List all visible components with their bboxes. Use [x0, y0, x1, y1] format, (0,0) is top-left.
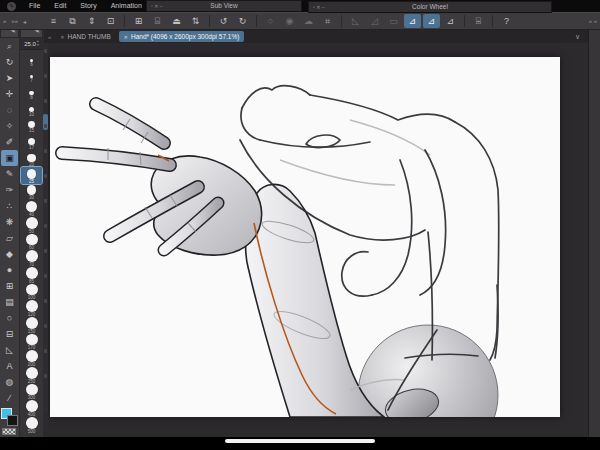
brush-size-preset-20[interactable]: 20: [21, 150, 42, 167]
menu-item-story[interactable]: Story: [73, 0, 103, 12]
screen-mode-button[interactable]: ⊡: [102, 14, 119, 28]
tool-palette: ⌕↻➤✛◌✧✐▣✎✑∴❋▱◆●⊞▤○⊟◺A◍∕: [0, 38, 19, 437]
fit-view-button[interactable]: ⇕: [83, 14, 100, 28]
eyedropper-tool[interactable]: ✐: [1, 134, 18, 150]
gradient-tool[interactable]: ▤: [1, 294, 18, 310]
brush-size-preset-50[interactable]: 50: [21, 217, 42, 234]
menu-item-animation[interactable]: Animation: [104, 0, 149, 12]
canvas-tab-1[interactable]: ✕Hand* (4096 x 2600px 300dpi 57.1%): [119, 31, 245, 42]
brush-size-preset-7[interactable]: 7: [21, 67, 42, 84]
ruler-tool[interactable]: ◺: [1, 342, 18, 358]
new-file-button[interactable]: ⊞: [130, 14, 147, 28]
decoration-tool[interactable]: ❋: [1, 214, 18, 230]
snap-to-special-ruler-button[interactable]: ⊿: [423, 14, 440, 28]
auto-select-tool[interactable]: ✧: [1, 118, 18, 134]
right-dock-rail[interactable]: « «: [588, 12, 600, 437]
brush-size-number: 25: [29, 179, 34, 184]
redo-button[interactable]: ↻: [234, 14, 251, 28]
rotate-tool[interactable]: ↻: [1, 54, 18, 70]
brush-size-preset-170[interactable]: 170: [21, 334, 42, 351]
eraser-tool[interactable]: ▱: [1, 230, 18, 246]
window-arrange-button[interactable]: ⧉: [64, 14, 81, 28]
table-tool[interactable]: ⊟: [1, 326, 18, 342]
text-tool[interactable]: A: [1, 358, 18, 374]
clear-selection-button: ☁: [300, 14, 317, 28]
fill-tool[interactable]: ●: [1, 262, 18, 278]
collapse-split-icon[interactable]: »«: [11, 18, 18, 25]
tab-close-icon[interactable]: ✕: [60, 34, 64, 40]
brush-size-preset-250[interactable]: 250: [21, 367, 42, 384]
brush-size-preset-10[interactable]: 10: [21, 100, 42, 117]
brush-size-stepper[interactable]: ▴▾: [37, 40, 39, 47]
brush-size-preset-60[interactable]: 60: [21, 234, 42, 251]
collapse-arrow-icon[interactable]: ◂: [23, 18, 26, 25]
brush-size-preset-30[interactable]: 30: [21, 184, 42, 201]
canvas-page[interactable]: [50, 57, 560, 417]
colorwheel-panel-titlebar[interactable]: ▫ ✕ ‒ Color Wheel: [308, 1, 552, 13]
tab-overflow-chevron-icon[interactable]: ∨: [575, 33, 580, 41]
brush-size-preset-150[interactable]: 150: [21, 317, 42, 334]
open-file-button[interactable]: ⌺: [149, 14, 166, 28]
airbrush-tool[interactable]: ∴: [1, 198, 18, 214]
background-color-swatch[interactable]: [7, 415, 18, 426]
blend-tool[interactable]: ◆: [1, 246, 18, 262]
balloon-tool[interactable]: ◍: [1, 374, 18, 390]
brush-size-preset-85[interactable]: 85: [21, 267, 42, 284]
snap-to-grid-button[interactable]: ⊿: [442, 14, 459, 28]
colorwheel-panel-title: Color Wheel: [309, 1, 551, 13]
snap-to-ruler-button[interactable]: ⊿: [404, 14, 421, 28]
brush-size-preset-25[interactable]: 25: [21, 167, 42, 184]
lasso-tool[interactable]: ◌: [1, 102, 18, 118]
brush-size-preset-70[interactable]: 70: [21, 250, 42, 267]
toolbar-separator: [492, 15, 493, 27]
brush-size-preset-300[interactable]: 300: [21, 384, 42, 401]
help-button[interactable]: ?: [498, 14, 515, 28]
brush-size-value-box[interactable]: 25.0 ▴▾: [20, 38, 43, 50]
move-tool[interactable]: ✛: [1, 86, 18, 102]
home-indicator[interactable]: [225, 439, 375, 443]
brush-size-dot: [26, 300, 38, 312]
brush-size-preset-500[interactable]: 500: [21, 417, 42, 434]
dock-collapse-controls[interactable]: « »« ◂: [0, 18, 44, 25]
menu-item-edit[interactable]: Edit: [47, 0, 73, 12]
navigate-button[interactable]: ⇅: [187, 14, 204, 28]
brush-size-preset-17[interactable]: 17: [21, 133, 42, 150]
brush-size-preset-8[interactable]: 8: [21, 83, 42, 100]
canvas-artwork: [50, 57, 560, 417]
canvas-viewport[interactable]: [48, 43, 588, 437]
main-menu-button[interactable]: ≡: [45, 14, 62, 28]
brush-tool[interactable]: ✑: [1, 182, 18, 198]
brush-size-preset-400[interactable]: 400: [21, 400, 42, 417]
undo-button[interactable]: ↺: [215, 14, 232, 28]
brush-size-dot: [26, 250, 38, 262]
brush-size-dot: [26, 367, 38, 379]
transparent-color-swatch[interactable]: [2, 428, 16, 435]
operation-tool[interactable]: ➤: [1, 70, 18, 86]
line-tool[interactable]: ∕: [1, 390, 18, 406]
pencil-tool[interactable]: ✎: [1, 166, 18, 182]
brush-size-preset-40[interactable]: 40: [21, 200, 42, 217]
export-file-button[interactable]: ⏏: [168, 14, 185, 28]
panel-buttons[interactable]: ▫ ✕ ‒: [313, 1, 325, 13]
brush-size-preset-100[interactable]: 100: [21, 284, 42, 301]
material-button[interactable]: ⌹: [470, 14, 487, 28]
object-3d-tool[interactable]: ▣: [1, 150, 18, 166]
figure-tool[interactable]: ○: [1, 310, 18, 326]
canvas-tab-0[interactable]: ✕HAND THUMB: [55, 31, 115, 42]
right-dock-collapse-icon[interactable]: « «: [589, 18, 597, 24]
tab-close-icon[interactable]: ✕: [124, 34, 128, 40]
brush-size-preset-120[interactable]: 120: [21, 300, 42, 317]
brush-size-preset-200[interactable]: 200: [21, 350, 42, 367]
tone-tool[interactable]: ⊞: [1, 278, 18, 294]
menu-item-file[interactable]: File: [22, 0, 47, 12]
brush-size-dot: [26, 201, 37, 212]
subview-panel-titlebar[interactable]: ▫ ✕ ‒ Sub View: [146, 0, 302, 12]
app-logo-icon: ✎: [7, 2, 16, 11]
brush-size-preset-6[interactable]: 6: [21, 50, 42, 67]
brush-size-preset-15[interactable]: 15: [21, 117, 42, 134]
collapse-left-icon[interactable]: «: [3, 18, 6, 25]
zoom-tool[interactable]: ⌕: [1, 38, 18, 54]
crop-button[interactable]: ⌗: [319, 14, 336, 28]
brush-size-dot: [26, 400, 38, 412]
panel-buttons[interactable]: ▫ ✕ ‒: [151, 0, 163, 12]
